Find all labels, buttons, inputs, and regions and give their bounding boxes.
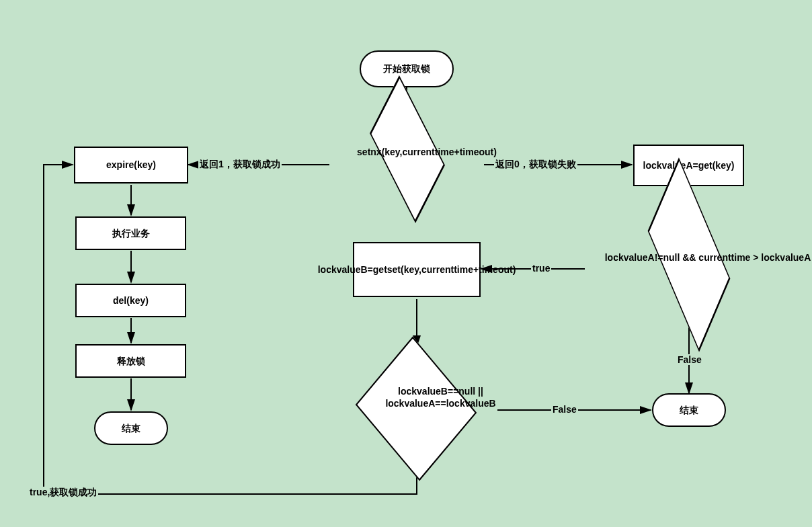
getset-label: lockvalueB=getset(key,currenttime+timeou…: [318, 264, 516, 276]
edge-setnx-right: 返回0，获取锁失败: [494, 159, 577, 171]
edge-checkb-true: true,获取锁成功: [28, 487, 98, 499]
biz-node: 执行业务: [75, 216, 186, 250]
start-label: 开始获取锁: [383, 63, 430, 75]
del-node: del(key): [75, 284, 186, 317]
end1-label: 结束: [122, 422, 140, 434]
checkb-decision: lockvalueB==null || lockvalueA==lockvalu…: [335, 348, 499, 476]
checka-label: lockvalueA!=null && currenttime > lockva…: [585, 218, 812, 264]
edge-setnx-left: 返回1，获取锁成功: [198, 159, 282, 171]
edge-checkb-false: False: [551, 404, 578, 415]
edge-checka-true: true: [531, 263, 551, 274]
start-node: 开始获取锁: [360, 50, 454, 87]
checka-decision: lockvalueA!=null && currenttime > lockva…: [585, 218, 793, 323]
getset-node: lockvalueB=getset(key,currenttime+timeou…: [353, 242, 481, 297]
setnx-label: setnx(key,currenttime+timeout): [329, 120, 524, 159]
end2-label: 结束: [680, 404, 698, 416]
expire-label: expire(key): [106, 159, 156, 171]
expire-node: expire(key): [74, 147, 188, 184]
biz-label: 执行业务: [112, 227, 150, 239]
del-label: del(key): [113, 294, 149, 307]
flowchart-canvas: 开始获取锁 setnx(key,currenttime+timeout) exp…: [0, 0, 812, 527]
geta-label: lockvalueA=get(key): [643, 159, 735, 171]
setnx-decision: setnx(key,currenttime+timeout): [329, 120, 484, 211]
release-label: 释放锁: [117, 355, 145, 367]
edge-checka-false: False: [676, 354, 703, 365]
end2-node: 结束: [652, 393, 726, 427]
release-node: 释放锁: [75, 344, 186, 378]
checkb-label: lockvalueB==null || lockvalueA==lockvalu…: [335, 348, 546, 409]
end1-node: 结束: [94, 411, 168, 445]
